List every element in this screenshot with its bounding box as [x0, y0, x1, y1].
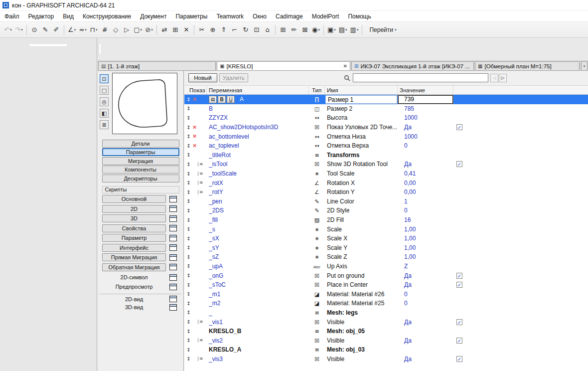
menu-help[interactable]: Помощь	[343, 11, 375, 22]
forward-migration-script-window-icon[interactable]	[169, 254, 177, 261]
show-toggle-icon[interactable]: ↕	[186, 347, 192, 353]
parameter-row[interactable]: ↕_onG☒Put on groundДа✓	[184, 271, 588, 280]
show-toggle-icon[interactable]: ↕	[186, 97, 192, 102]
menu-modelport[interactable]: ModelPort	[307, 11, 344, 22]
mode-parameters-button[interactable]: ⊡	[100, 74, 109, 83]
mode-3d-view-button[interactable]: ◧	[100, 109, 109, 118]
find-next-button[interactable]: ▷	[499, 74, 507, 82]
parameter-row[interactable]: ↕≡_toolScale∗Tool Scale0,41	[184, 169, 588, 179]
parameter-row[interactable]: ↕≡_vis3☒VisibleДа✓	[184, 355, 588, 364]
interface-script-window-icon[interactable]	[169, 244, 177, 251]
show-toggle-icon[interactable]: ↕	[186, 226, 192, 232]
stamp-button[interactable]: ⊠	[299, 24, 310, 36]
show-toggle-icon[interactable]: ↕	[186, 291, 192, 297]
2d-symbol-window-icon[interactable]	[169, 274, 177, 281]
guide-lines-button[interactable]: ∠▾	[66, 24, 77, 36]
menu-design[interactable]: Конструирование	[78, 11, 136, 22]
mode-hotspots-button[interactable]: ◎	[100, 97, 109, 106]
trim-button[interactable]: ⌐	[229, 24, 240, 36]
parameter-row[interactable]: ↕✕▤BUA∏Размер 1	[184, 95, 588, 104]
undo-button[interactable]: ↶▾	[2, 24, 13, 36]
parameter-script-button[interactable]: Параметр	[102, 234, 166, 242]
pick-up-parameters-button[interactable]: ✎	[40, 24, 51, 36]
redo-button[interactable]: ↷▾	[13, 24, 24, 36]
backward-migration-script-button[interactable]: Обратная Миграция	[102, 263, 166, 271]
grid-snap-button[interactable]: #	[99, 24, 110, 36]
menu-teamwork[interactable]: Teamwork	[212, 11, 248, 22]
menu-file[interactable]: Файл	[0, 11, 24, 22]
window-layout-2-button[interactable]: ▤▾	[337, 24, 349, 36]
name-edit-field[interactable]: Размер 1	[325, 95, 397, 104]
show-toggle-icon[interactable]: ↕	[186, 236, 192, 241]
3d-view-window-icon[interactable]	[169, 304, 177, 311]
parameter-row[interactable]: ↕≡_vis2☒VisibleДа✓	[184, 336, 588, 345]
tab-layout[interactable]: ▦[Обмерный план М=1:75]	[475, 61, 580, 71]
show-toggle-icon[interactable]: ↕	[186, 134, 192, 139]
row-checkbox[interactable]: ✓	[456, 273, 462, 279]
parameter-row[interactable]: ↕KRESLO_A≡Mesh: obj_03	[184, 345, 588, 355]
go-to-button[interactable]: Перейти▾	[364, 24, 400, 36]
menu-window[interactable]: Окно	[248, 11, 271, 22]
find-previous-button[interactable]: ◁	[490, 74, 498, 82]
parameter-row[interactable]: ↕_sZ∗Scale Z1,00	[184, 252, 588, 262]
3d-script-button[interactable]: 3D	[102, 214, 166, 222]
parameter-row[interactable]: ↕✕AC_show2DHotspotsIn3D☒Показ Узловых 2D…	[184, 123, 588, 132]
zoom-button[interactable]: ⊕	[207, 24, 218, 36]
value-edit-input[interactable]	[398, 95, 453, 104]
parameter-row[interactable]: ↕_≡Mesh: legs	[184, 308, 588, 318]
row-checkbox[interactable]: ✓	[456, 338, 462, 344]
close-icon[interactable]: ✕	[343, 63, 347, 69]
menu-document[interactable]: Документ	[136, 11, 171, 22]
show-toggle-icon[interactable]: ↕	[186, 162, 192, 167]
show-toggle-icon[interactable]: ↕	[186, 263, 192, 269]
explode-button[interactable]: ⊡	[251, 24, 262, 36]
tab-object-kreslo[interactable]: ▣[KRESLO]✕	[217, 61, 350, 71]
menu-view[interactable]: Вид	[58, 11, 78, 22]
parameter-row[interactable]: ↕_s∗Scale1,00	[184, 224, 588, 234]
parameter-row[interactable]: ↕≡_rotY∠Rotation Y0,00	[184, 187, 588, 197]
parameter-row[interactable]: ↕≡_rotX∠Rotation X0,00	[184, 178, 588, 187]
align-elements-button[interactable]: ⊞	[170, 24, 181, 36]
interface-script-button[interactable]: Интерфейс	[102, 244, 166, 252]
snap-points-button[interactable]: ⊓▾	[88, 24, 99, 36]
inject-parameters-button[interactable]: ✐	[51, 24, 62, 36]
show-toggle-icon[interactable]: ↕	[186, 189, 192, 195]
show-toggle-icon[interactable]: ↕	[186, 125, 192, 130]
parameter-row[interactable]: ↕B◫Размер 2785	[184, 104, 588, 114]
show-toggle-icon[interactable]: ↕	[186, 180, 192, 186]
camera-button[interactable]: ◉▾	[310, 24, 321, 36]
parameter-row[interactable]: ↕_m1◪Material: Material #260	[184, 289, 588, 299]
tab-schedule[interactable]: ⊞ИКЭ-07 Экспликация 1-й этаж [ИКЭ-07 ...	[351, 61, 474, 71]
row-checkbox[interactable]: ✓	[456, 282, 462, 288]
parameter-row[interactable]: ↕_fill▨2D Fill16	[184, 215, 588, 225]
home-view-button[interactable]: ⌂	[262, 24, 273, 36]
marquee-tool-button[interactable]: ▢▾	[132, 24, 144, 36]
mode-2d-symbol-button[interactable]: □	[100, 86, 109, 95]
show-toggle-icon[interactable]: ↕	[186, 310, 192, 315]
new-parameter-button[interactable]: Новый	[188, 73, 217, 82]
close-tool-button[interactable]: ✕	[181, 24, 192, 36]
parameter-row[interactable]: ↕✕ac_bottomlevel↔Отметка Низа1000	[184, 132, 588, 141]
parameter-row[interactable]: ↕_sX∗Scale X1,00	[184, 234, 588, 243]
arrow-tool-button[interactable]: ▷	[121, 24, 132, 36]
parameter-row[interactable]: ↕_sY∗Scale Y1,00	[184, 243, 588, 253]
show-toggle-icon[interactable]: ↕	[186, 282, 192, 288]
row-checkbox[interactable]: ✓	[456, 124, 462, 130]
mode-section-button[interactable]: ≣	[100, 120, 109, 129]
bold-toggle-button[interactable]: B	[218, 96, 226, 103]
show-toggle-icon[interactable]: ↕	[186, 329, 192, 334]
parameter-row[interactable]: ↕KRESLO_B≡Mesh: obj_05	[184, 327, 588, 336]
parameter-row[interactable]: ↕_m2◪Material: Material #250	[184, 299, 588, 308]
2d-view-window-icon[interactable]	[169, 296, 177, 302]
show-toggle-icon[interactable]: ↕	[186, 208, 192, 213]
show-toggle-icon[interactable]: ↕	[186, 356, 192, 362]
parameter-row[interactable]: ↕_2DS✎2D Style0	[184, 206, 588, 215]
show-toggle-icon[interactable]: ↕	[186, 198, 192, 204]
row-checkbox[interactable]: ✓	[456, 319, 462, 325]
search-input[interactable]	[353, 73, 488, 82]
row-checkbox[interactable]: ✓	[456, 356, 462, 362]
parameter-row[interactable]: ↕≡_vis1☒VisibleДа✓	[184, 317, 588, 327]
parameter-row[interactable]: ↕✕ac_toplevel↔Отметка Верха0	[184, 141, 588, 151]
window-layout-1-button[interactable]: ▣▾	[326, 24, 337, 36]
forward-migration-script-button[interactable]: Прямая Миграция	[102, 253, 166, 261]
